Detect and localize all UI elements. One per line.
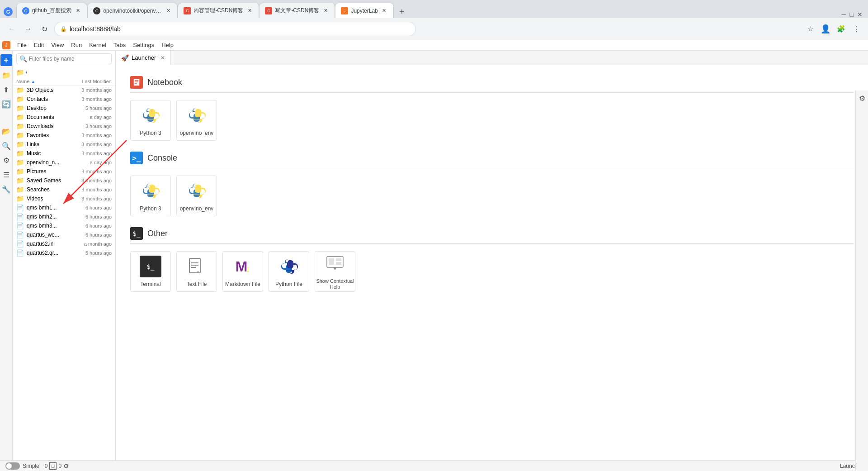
file-item[interactable]: 📁Favorites3 months ago — [13, 131, 115, 140]
file-name: Saved Games — [27, 177, 64, 184]
launcher-tab-close[interactable]: ✕ — [160, 55, 165, 61]
menu-help[interactable]: Help — [158, 41, 177, 49]
right-settings-panel: ⚙ — [855, 90, 868, 471]
menu-run[interactable]: Run — [67, 41, 85, 49]
address-bar[interactable]: 🔒 localhost:8888/lab — [54, 22, 416, 36]
terminal-label: Terminal — [140, 281, 160, 287]
file-item[interactable]: 📁Desktop5 hours ago — [13, 104, 115, 113]
sidebar-commands-icon[interactable]: ⚙ — [1, 155, 12, 166]
contextual-help-card[interactable]: Show Contextual Help — [315, 251, 355, 292]
console-python3-card[interactable]: Python 3 — [130, 176, 171, 216]
browser-tab-openvino[interactable]: G openvinotoolkit/openvino_no... ✕ — [87, 3, 178, 18]
sidebar-refresh-btn[interactable]: 🔄 — [1, 99, 12, 109]
file-item[interactable]: 📁Documentsa day ago — [13, 113, 115, 122]
textfile-card[interactable]: ≡ Text File — [176, 251, 217, 292]
file-modified: 3 months ago — [66, 133, 112, 138]
notebook-section: Notebook — [130, 76, 854, 141]
file-name: Links — [27, 141, 64, 147]
address-bar-row: ← → ↻ 🔒 localhost:8888/lab ☆ 👤 🧩 ⋮ — [0, 18, 868, 40]
column-name-header[interactable]: Name ▲ — [16, 79, 66, 84]
file-item[interactable]: 📄quartus2.qr...5 hours ago — [13, 248, 115, 257]
tab-close-btn[interactable]: ✕ — [322, 7, 329, 14]
tab-close-btn[interactable]: ✕ — [381, 7, 388, 14]
status-gear-icon[interactable]: ⚙ — [63, 462, 69, 470]
sidebar-folder-btn[interactable]: 📁 — [1, 70, 12, 81]
browser-tab-jupyter[interactable]: J JupyterLab ✕ — [335, 3, 393, 18]
sidebar-new-btn[interactable]: + — [0, 54, 12, 66]
file-name: 3D Objects — [27, 87, 64, 93]
tab-favicon: C — [184, 7, 191, 14]
launcher-tab[interactable]: 🚀 Launcher ✕ — [116, 51, 171, 65]
file-name: Downloads — [27, 123, 64, 129]
bookmark-btn[interactable]: ☆ — [804, 23, 816, 35]
terminal-card[interactable]: $_ Terminal — [130, 251, 171, 292]
file-item[interactable]: 📁Contacts3 months ago — [13, 95, 115, 104]
refresh-btn[interactable]: ↻ — [38, 23, 51, 35]
menu-edit[interactable]: Edit — [30, 41, 47, 49]
file-item[interactable]: 📁Downloads3 hours ago — [13, 122, 115, 131]
menu-kernel[interactable]: Kernel — [85, 41, 110, 49]
openvino-notebook-icon — [186, 105, 208, 126]
file-item[interactable]: 📁Pictures3 months ago — [13, 167, 115, 176]
minimize-btn[interactable]: ─ — [842, 11, 846, 18]
menu-tabs[interactable]: Tabs — [110, 41, 129, 49]
file-item[interactable]: 📄qms-bmh2...6 hours ago — [13, 212, 115, 221]
python3-console-icon — [140, 180, 161, 202]
browser-tab-csdn2[interactable]: C 写文章-CSDN博客 ✕ — [259, 3, 335, 18]
file-modified: 6 hours ago — [66, 205, 112, 210]
settings-gear-icon[interactable]: ⚙ — [859, 94, 865, 103]
file-name: Music — [27, 150, 64, 157]
file-item[interactable]: 📁Links3 months ago — [13, 140, 115, 149]
file-name: Searches — [27, 186, 64, 193]
simple-mode-toggle[interactable] — [5, 462, 20, 470]
notebook-python3-card[interactable]: Python 3 — [130, 100, 171, 141]
console-section-header: >_ Console — [130, 152, 854, 168]
tab-close-btn[interactable]: ✕ — [165, 7, 172, 14]
extensions-btn[interactable]: 🧩 — [835, 23, 847, 35]
pythonfile-card[interactable]: Python File — [269, 251, 309, 292]
browser-tab-csdn1[interactable]: C 内容管理-CSDN博客 ✕ — [178, 3, 259, 18]
file-item[interactable]: 📄qms-bmh1...6 hours ago — [13, 203, 115, 212]
menu-settings[interactable]: Settings — [129, 41, 158, 49]
back-btn[interactable]: ← — [5, 23, 18, 35]
browser-tab-github[interactable]: G github_百度搜索 ✕ — [16, 3, 87, 18]
console-openvino-card[interactable]: openvino_env — [176, 176, 217, 216]
sidebar-search-icon[interactable]: 🔍 — [1, 140, 12, 151]
sidebar-extensions-icon[interactable]: 🔧 — [1, 184, 12, 195]
search-input[interactable] — [29, 56, 108, 62]
notebook-openvino-card[interactable]: openvino_env — [176, 100, 217, 141]
profile-btn[interactable]: 👤 — [819, 23, 832, 35]
menu-file[interactable]: File — [14, 41, 30, 49]
more-btn[interactable]: ⋮ — [850, 23, 863, 35]
tab-bar: G G github_百度搜索 ✕ G openvinotoolkit/open… — [0, 0, 868, 18]
file-item[interactable]: 📁Videos3 months ago — [13, 194, 115, 203]
textfile-label: Text File — [187, 281, 207, 287]
markdown-card[interactable]: M ↓ Markdown File — [222, 251, 263, 292]
maximize-btn[interactable]: □ — [850, 11, 854, 18]
file-item[interactable]: 📄quartus_we...6 hours ago — [13, 230, 115, 239]
tab-favicon: J — [341, 7, 348, 14]
new-tab-btn[interactable]: + — [396, 5, 408, 18]
forward-btn[interactable]: → — [22, 23, 34, 35]
file-item[interactable]: 📁Saved Games3 months ago — [13, 176, 115, 185]
tab-close-btn[interactable]: ✕ — [246, 7, 253, 14]
file-item[interactable]: 📄quartus2.inia month ago — [13, 239, 115, 248]
file-search-box[interactable]: 🔍 — [16, 53, 112, 64]
sidebar-tabs-icon[interactable]: ☰ — [1, 169, 12, 180]
column-modified-header[interactable]: Last Modified — [66, 79, 112, 84]
tab-title: 内容管理-CSDN博客 — [193, 7, 243, 14]
file-item[interactable]: 📁Music3 months ago — [13, 149, 115, 158]
sidebar-files-icon[interactable]: 📂 — [1, 126, 12, 137]
console-icon: >_ — [130, 152, 143, 164]
console-openvino-label: openvino_env — [180, 205, 214, 212]
tab-close-btn[interactable]: ✕ — [74, 7, 81, 14]
file-item[interactable]: 📄qms-bmh3...6 hours ago — [13, 221, 115, 230]
menu-view[interactable]: View — [47, 41, 67, 49]
sidebar-upload-btn[interactable]: ⬆ — [1, 84, 12, 95]
file-item[interactable]: 📁openvino_n...a day ago — [13, 158, 115, 167]
close-browser-btn[interactable]: ✕ — [857, 11, 863, 18]
file-item[interactable]: 📁Searches3 months ago — [13, 185, 115, 194]
file-item[interactable]: 📁3D Objects3 months ago — [13, 86, 115, 95]
status-num2: 0 — [58, 463, 61, 469]
file-modified: 3 months ago — [66, 96, 112, 102]
